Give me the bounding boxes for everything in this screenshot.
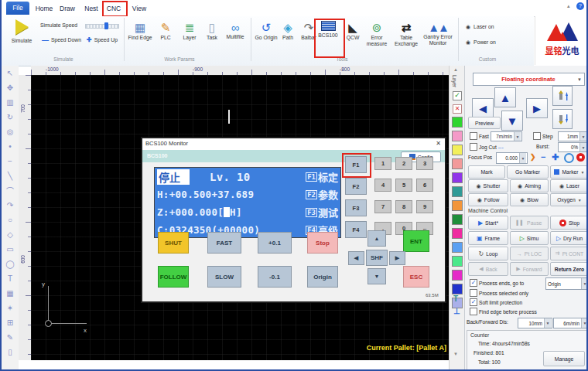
task-button[interactable]: ▯ Task [201,21,223,41]
numpad-key-3[interactable]: 3 [416,157,433,170]
tool-pan-icon[interactable]: ✥ [2,80,19,95]
layer-color-swatch[interactable] [452,270,463,281]
f3-key[interactable]: F3 [345,199,367,216]
minus01-key[interactable]: -0.1 [258,266,292,288]
marker-dropdown-button[interactable]: Marker ▼ [550,165,588,179]
left-key[interactable]: ◀ [348,251,364,265]
process-selected-checkbox[interactable] [470,289,477,297]
scroll-up-icon[interactable]: ▲ [453,67,458,72]
find-edge-button[interactable]: ▦ Find Edge [128,21,152,41]
numpad-key-9[interactable]: 9 [416,200,433,213]
speed-down-button[interactable]: — Speed Down [42,36,81,44]
return-zero-button[interactable]: Return Zero [550,262,588,276]
step-checkbox[interactable] [533,132,541,140]
gantry-error-monitor-button[interactable]: ▲▲ Gantry Error Monitor [421,21,455,46]
tool-circle-icon[interactable]: ○ [2,213,19,227]
jog-right-button[interactable]: ▶ [526,98,548,118]
layer-color-swatch[interactable] [452,256,463,267]
simulate-button[interactable]: Simulate [6,19,37,44]
multifile-button[interactable]: ∞ Multifile [221,21,249,40]
numpad-key-4[interactable]: 4 [374,179,391,192]
table-exchange-button[interactable]: ⇄ Table Exchange [391,21,421,47]
tool-rect-icon[interactable]: ▭ [2,242,19,257]
stop-key[interactable]: Stop [307,232,338,254]
layer-color-swatch[interactable] [452,172,463,183]
dry-run-button[interactable]: ▷Dry Run [550,231,588,245]
back-button[interactable]: ◀Back [468,262,508,276]
tab-home[interactable]: Home [34,2,54,15]
f4-key[interactable]: F4 [345,221,367,238]
up-key[interactable]: ▲ [368,230,386,247]
path-button[interactable]: ◈ Path [277,21,299,41]
scroll-down-icon[interactable]: ▼ [453,352,458,356]
shutter-button[interactable]: ◉Shutter [468,179,508,192]
layer-color-swatch[interactable] [452,284,463,294]
slow-key[interactable]: SLOW [207,266,241,288]
forward-button[interactable]: ▶Forward [510,262,549,276]
tab-draw[interactable]: Draw [57,2,77,15]
mark-button[interactable]: Mark [468,165,505,179]
focus-plus-icon[interactable]: ✚ [552,152,559,162]
tool-star-icon[interactable]: ✶ [2,301,19,315]
shf-key[interactable]: SHF [366,250,388,266]
soft-limit-checkbox[interactable]: ✓ [470,298,477,306]
origin-key[interactable]: Origin [307,266,338,288]
step-dropdown[interactable]: 1mm▼ [558,131,588,141]
bcs100-button[interactable]: BCS100 [316,21,340,39]
numpad-key-7[interactable]: 7 [374,200,391,213]
back-forward-dist-dropdown[interactable]: 10mm▼ [518,318,552,328]
plc-button[interactable]: ✎ PLC [155,21,176,41]
manage-button[interactable]: Manage [543,351,585,366]
process-ends-dropdown[interactable]: Origin▼ [545,277,588,290]
layer-color-swatch[interactable] [452,131,463,141]
speed-up-button[interactable]: ✚ Speed Up [87,36,118,43]
blow-button[interactable]: ◉Blow [510,193,549,206]
close-icon[interactable]: ✕ [436,140,441,147]
follow-key[interactable]: FOLLOW [158,266,189,288]
coordinate-dropdown[interactable]: Floating coordinate ▼ [473,73,585,86]
follow-button[interactable]: ◉Follow [468,193,508,206]
layer-color-swatch[interactable] [452,200,463,211]
tool-text-icon[interactable]: T [2,271,19,286]
esc-key[interactable]: ESC [403,266,429,288]
numpad-key-2[interactable]: 2 [395,157,412,170]
numpad-key-5[interactable]: 5 [395,179,412,192]
nozzle-down-button[interactable] [552,109,573,129]
tool-line-icon[interactable]: − [2,154,19,168]
ent-key[interactable]: ENT [403,230,429,252]
shut-key[interactable]: SHUT [158,232,189,254]
preview-button[interactable]: Preview [468,117,501,129]
go-origin-button[interactable]: ↺ Go Origin [254,21,279,41]
fast-checkbox[interactable] [470,132,477,140]
pt-cont-button[interactable]: ⇉Pt CONT [550,247,588,260]
fast-key[interactable]: FAST [207,232,241,254]
tool-pen-icon[interactable]: ✎ [2,330,19,345]
layer-color-swatch[interactable] [452,117,463,128]
tool-chart-icon[interactable]: ▥ [2,95,19,110]
back-forward-speed-dropdown[interactable]: 6m/min▼ [553,318,588,328]
laser-button[interactable]: ◉Laser [550,179,588,192]
focus-pos-dropdown[interactable]: 0.000▼ [496,152,528,164]
layer-button[interactable]: ≣ Layer [178,21,201,41]
right-key[interactable]: ▶ [389,251,405,265]
tool-arc-icon[interactable]: ⌒ [2,183,19,198]
simulate-speed-slider[interactable] [85,24,119,29]
tool-rotate-icon[interactable]: ↻ [2,110,19,124]
minimize-icon[interactable]: ▴ [567,3,570,9]
tool-ellipse-icon[interactable]: ◯ [2,257,19,271]
tool-diagonal-icon[interactable]: ╲ [2,168,19,183]
text-horizontal-icon[interactable]: T [453,294,458,303]
numpad-key-1[interactable]: 1 [374,157,391,170]
nozzle-up-button[interactable] [552,86,573,106]
tab-view[interactable]: View [129,2,149,15]
jog-down-button[interactable]: ▼ [501,111,523,131]
burst-dropdown[interactable]: 0%▼ [558,142,588,152]
simu-button[interactable]: ▷Simu [510,231,549,245]
down-key[interactable]: ▼ [368,268,386,284]
tool-point-icon[interactable]: • [2,139,19,154]
layer-color-swatch[interactable] [452,242,463,253]
layer-none-checkbox[interactable]: ✕ [453,104,462,114]
layer-visible-checkbox[interactable]: ✓ [453,91,462,100]
jog-left-button[interactable]: ◀ [472,98,494,118]
tool-curve-icon[interactable]: ↷ [2,198,19,213]
